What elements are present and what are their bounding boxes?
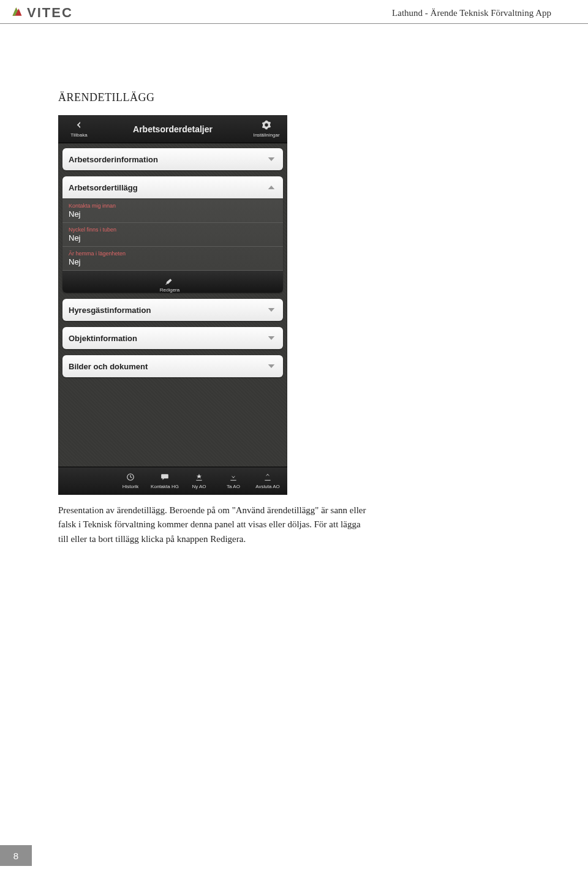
field-value: Nej	[69, 209, 277, 219]
chevron-down-icon	[266, 361, 277, 372]
accordion-arbetsorderinformation[interactable]: Arbetsorderinformation	[62, 148, 283, 170]
back-button[interactable]: Tillbaka	[62, 120, 96, 138]
field-hemma: Är hemma i lägenheten Nej	[62, 247, 283, 271]
bottombar-label: Historik	[123, 484, 139, 489]
chevron-up-icon	[266, 182, 277, 193]
upload-icon	[263, 473, 273, 483]
bottombar-avsluta-ao[interactable]: Avsluta AO	[251, 473, 285, 489]
bottombar-kontakta[interactable]: Kontakta HG	[148, 473, 182, 489]
field-value: Nej	[69, 257, 277, 266]
accordion-objektinformation[interactable]: Objektinformation	[62, 327, 283, 349]
settings-label: Inställningar	[253, 132, 279, 138]
app-topbar: Tillbaka Arbetsorderdetaljer Inställning…	[58, 115, 287, 143]
doc-title: Lathund - Ärende Teknisk Förvaltning App	[392, 8, 551, 18]
clock-icon	[126, 473, 135, 483]
upload-star-icon	[194, 473, 204, 483]
bottombar-historik[interactable]: Historik	[113, 473, 148, 489]
bottombar-label: Kontakta HG	[151, 484, 179, 489]
bottombar-label: Ny AO	[192, 484, 206, 489]
speech-icon	[160, 473, 170, 483]
field-label: Är hemma i lägenheten	[69, 250, 277, 257]
accordion-hyresgastinformation[interactable]: Hyresgästinformation	[62, 299, 283, 321]
section-heading: ÄRENDETILLÄGG	[58, 91, 588, 104]
edit-label: Redigera	[160, 287, 179, 293]
field-nyckel: Nyckel finns i tuben Nej	[62, 223, 283, 247]
app-bottombar: Historik Kontakta HG Ny AO Ta AO Avsluta…	[58, 467, 287, 495]
chevron-left-icon	[74, 120, 84, 131]
page-number: 8	[0, 845, 32, 866]
brand-text: VITEC	[27, 5, 73, 21]
back-label: Tillbaka	[70, 132, 87, 138]
gear-icon	[262, 120, 271, 131]
settings-button[interactable]: Inställningar	[249, 120, 284, 138]
download-icon	[228, 473, 238, 483]
accordion-label: Hyresgästinformation	[69, 306, 151, 315]
brand-logo: VITEC	[11, 5, 73, 21]
field-kontakta: Kontakta mig innan Nej	[62, 198, 283, 223]
logo-mark-icon	[11, 6, 23, 20]
edit-bar: Redigera	[62, 271, 283, 293]
page-header: VITEC Lathund - Ärende Teknisk Förvaltni…	[0, 0, 588, 24]
bottombar-ta-ao[interactable]: Ta AO	[216, 473, 251, 489]
bottombar-ny-ao[interactable]: Ny AO	[182, 473, 216, 489]
edit-button[interactable]: Redigera	[160, 276, 179, 293]
field-label: Nyckel finns i tuben	[69, 227, 277, 233]
chevron-down-icon	[266, 333, 277, 344]
accordion-label: Objektinformation	[69, 334, 137, 343]
accordion-bilder-dokument[interactable]: Bilder och dokument	[62, 355, 283, 377]
topbar-title: Arbetsorderdetaljer	[133, 124, 213, 134]
field-label: Kontakta mig innan	[69, 203, 277, 209]
accordion-label: Arbetsordertillägg	[69, 183, 138, 192]
field-value: Nej	[69, 233, 277, 243]
accordion-label: Bilder och dokument	[69, 362, 148, 371]
accordion-arbetsordertillagg[interactable]: Arbetsordertillägg	[62, 176, 283, 198]
accordion-body: Kontakta mig innan Nej Nyckel finns i tu…	[62, 198, 283, 293]
body-paragraph: Presentation av ärendetillägg. Beroende …	[58, 503, 371, 546]
bottombar-label: Ta AO	[227, 484, 240, 489]
scroll-area: Arbetsorderinformation Arbetsordertilläg…	[58, 143, 287, 467]
phone-mockup: Tillbaka Arbetsorderdetaljer Inställning…	[58, 115, 287, 495]
accordion-label: Arbetsorderinformation	[69, 155, 158, 164]
chevron-down-icon	[266, 304, 277, 315]
bottombar-label: Avsluta AO	[255, 484, 279, 489]
chevron-down-icon	[266, 154, 277, 165]
pencil-icon	[165, 276, 174, 287]
